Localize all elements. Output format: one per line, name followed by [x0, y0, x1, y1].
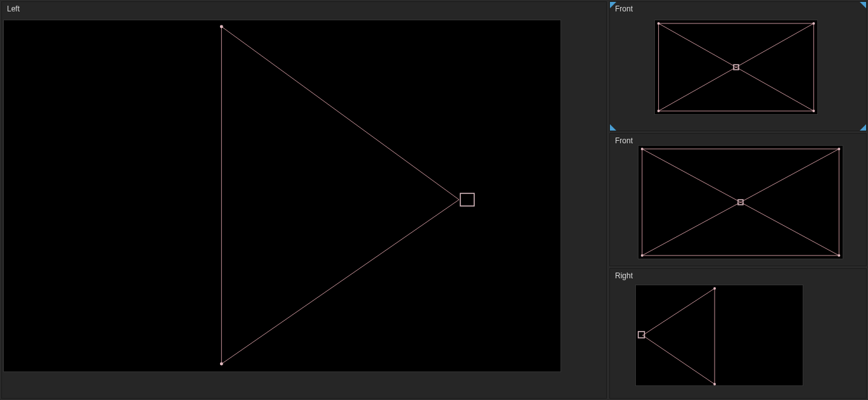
viewport-right[interactable]: Right — [609, 268, 867, 399]
wireframe-front-2 — [638, 146, 843, 259]
svg-line-23 — [643, 288, 715, 335]
viewport-front-2[interactable]: Front — [609, 133, 867, 266]
viewport-canvas-front-2[interactable] — [638, 145, 843, 259]
right-panel-group: Front Front — [608, 0, 868, 400]
viewport-label-front-2: Front — [615, 136, 633, 145]
svg-point-11 — [812, 22, 815, 25]
wireframe-left — [4, 20, 560, 371]
svg-point-4 — [220, 25, 223, 28]
svg-point-19 — [838, 148, 840, 150]
svg-point-10 — [657, 22, 660, 25]
svg-line-24 — [643, 335, 715, 384]
viewport-label-left: Left — [7, 4, 20, 13]
viewport-left[interactable]: Left — [1, 1, 607, 399]
viewport-canvas-front-1[interactable] — [654, 20, 818, 115]
viewport-label-front-1: Front — [615, 4, 633, 13]
active-marker-bl-icon — [610, 124, 616, 131]
svg-point-20 — [641, 254, 644, 257]
viewport-canvas-left[interactable] — [3, 20, 561, 372]
svg-point-27 — [713, 383, 716, 385]
viewport-label-right: Right — [615, 271, 633, 280]
wireframe-front-1 — [655, 20, 817, 114]
wireframe-right — [636, 285, 803, 385]
svg-point-12 — [657, 110, 660, 112]
svg-line-2 — [221, 200, 459, 364]
active-marker-br-icon — [860, 124, 866, 131]
active-marker-tl-icon — [610, 2, 616, 8]
svg-point-5 — [220, 363, 223, 366]
svg-line-1 — [221, 27, 459, 200]
svg-point-18 — [641, 148, 644, 150]
viewport-canvas-right[interactable] — [635, 285, 803, 386]
svg-point-21 — [838, 254, 840, 257]
svg-rect-3 — [460, 193, 474, 206]
viewport-front-1[interactable]: Front — [609, 1, 867, 131]
svg-point-26 — [713, 287, 716, 290]
svg-point-13 — [812, 110, 815, 112]
active-marker-tr-icon — [860, 2, 866, 8]
